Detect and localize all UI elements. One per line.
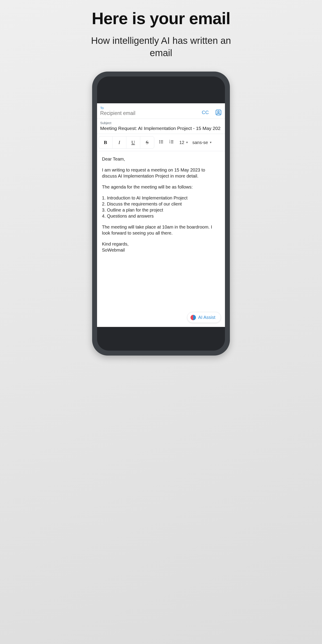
agenda-item: 3. Outline a plan for the project (102, 207, 221, 213)
chevron-down-icon: ▼ (209, 141, 212, 144)
cc-button[interactable]: CC (202, 110, 209, 116)
body-agenda-intro: The agenda for the meeting will be as fo… (102, 184, 221, 190)
subject-input[interactable]: Meeting Request: AI Implementation Proje… (100, 126, 222, 131)
svg-point-2 (159, 140, 160, 141)
svg-rect-3 (160, 140, 163, 141)
body-signoff: Kind regards, SoWebmail (102, 241, 221, 253)
numbered-list-button[interactable]: 1 2 3 (169, 139, 174, 146)
hero-subtitle: How intelligently AI has written an emai… (90, 35, 232, 59)
strike-button[interactable]: S (140, 136, 154, 148)
agenda-item: 1. Introduction to AI Implementation Pro… (102, 195, 221, 201)
font-family-select[interactable]: sans-se ▼ (192, 140, 212, 145)
ai-assist-label: AI Assist (198, 314, 215, 320)
italic-button[interactable]: I (112, 136, 126, 148)
svg-rect-9 (171, 140, 173, 141)
to-row: To CC (97, 103, 225, 119)
bold-button[interactable]: B (98, 136, 112, 148)
body-agenda-list: 1. Introduction to AI Implementation Pro… (102, 195, 221, 219)
body-greeting: Dear Team, (102, 156, 221, 162)
body-closing: The meeting will take place at 10am in t… (102, 224, 221, 236)
svg-rect-11 (171, 142, 173, 142)
email-compose-screen: To CC Subject Meeting Request: AI Implem… (97, 103, 225, 327)
agenda-item: 2. Discuss the requirements of our clien… (102, 201, 221, 207)
svg-rect-5 (160, 142, 163, 142)
chevron-down-icon: ▼ (186, 141, 188, 144)
phone-inner: To CC Subject Meeting Request: AI Implem… (97, 76, 225, 350)
subject-row: Subject Meeting Request: AI Implementati… (97, 119, 225, 134)
phone-frame: To CC Subject Meeting Request: AI Implem… (92, 72, 230, 356)
bullet-list-button[interactable] (159, 139, 164, 146)
svg-point-4 (159, 141, 160, 142)
ai-assist-button[interactable]: AI Assist (187, 312, 221, 323)
body-intro: I am writing to request a meeting on 15 … (102, 167, 221, 179)
to-input[interactable] (100, 110, 202, 116)
ai-assist-icon (190, 315, 196, 320)
hero-title: Here is your email (92, 9, 230, 28)
font-size-value: 12 (179, 140, 184, 145)
svg-rect-7 (160, 143, 163, 143)
contacts-icon[interactable] (215, 109, 222, 116)
subject-label: Subject (100, 121, 222, 125)
email-body[interactable]: Dear Team, I am writing to request a mee… (97, 151, 225, 327)
svg-point-1 (218, 111, 219, 113)
to-label: To (100, 106, 202, 110)
svg-point-6 (159, 143, 160, 144)
font-family-value: sans-se (192, 140, 208, 145)
svg-rect-13 (171, 143, 173, 143)
format-toolbar: B I U S 1 2 3 (97, 134, 225, 151)
agenda-item: 4. Questions and answers (102, 213, 221, 219)
font-size-select[interactable]: 12 ▼ (179, 140, 188, 145)
svg-text:3: 3 (169, 142, 170, 144)
text-style-group: B I U S (98, 136, 154, 149)
underline-button[interactable]: U (126, 136, 140, 148)
